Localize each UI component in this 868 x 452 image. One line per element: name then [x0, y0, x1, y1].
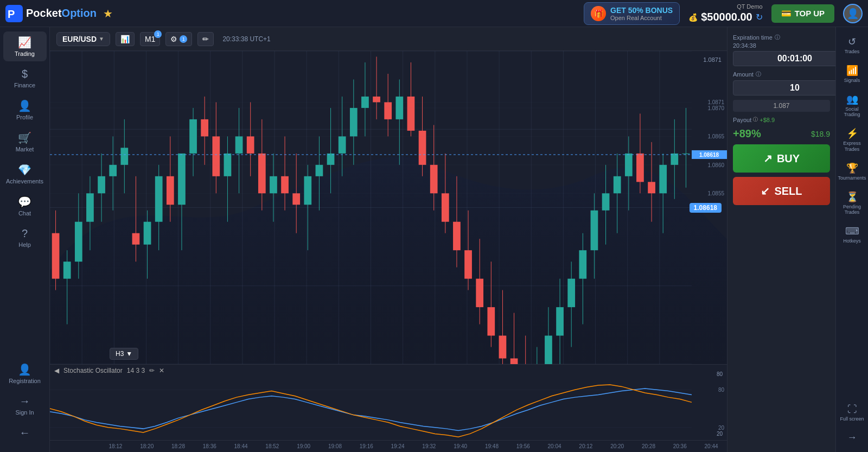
sidebar-item-signin[interactable]: → Sign In [3, 391, 47, 420]
buy-button[interactable]: ↗ BUY [733, 144, 830, 173]
amount-input-row: $ [733, 80, 830, 96]
sidebar-chat-label: Chat [18, 210, 31, 217]
timeframe-btn[interactable]: M1 1 [140, 32, 160, 46]
sidebar-help-label: Help [18, 241, 31, 248]
nav-right-icon: → [847, 432, 857, 443]
payout-label: Payout ⓘ +$8.9 [733, 116, 775, 123]
time-axis: 18:12 18:20 18:28 18:36 18:44 18:52 19:0… [50, 440, 727, 452]
h3-dropdown-icon: ▼ [126, 350, 132, 358]
candlestick-icon: 📊 [120, 35, 130, 43]
sidebar-item-finance[interactable]: $ Finance [3, 63, 47, 93]
finance-icon: $ [22, 68, 28, 80]
fullscreen-icon: ⛶ [847, 404, 857, 415]
sidebar-item-profile[interactable]: 👤 Profile [3, 95, 47, 125]
payout-usd: $18.9 [811, 130, 830, 138]
frs-item-signals[interactable]: 📶 Signals [837, 60, 867, 88]
chart-type-btn[interactable]: 📊 [116, 32, 135, 46]
frs-item-express[interactable]: ⚡ Express Trades [837, 123, 867, 157]
osc-name: Stochastic Oscillator [63, 367, 123, 374]
oscillator-chart-canvas [50, 377, 727, 440]
back-icon: ← [20, 426, 30, 439]
h3-timeframe-badge[interactable]: H3 ▼ [110, 348, 138, 360]
pending-icon: ⏳ [846, 191, 858, 203]
chart-area: EUR/USD ▼ 📊 M1 1 ⚙ 1 ✏ 20:33:38 UTC+1 1.… [50, 27, 727, 452]
osc-close-icon[interactable]: ✕ [159, 367, 164, 374]
signin-icon: → [20, 395, 30, 408]
sidebar-trading-label: Trading [15, 50, 35, 57]
current-price-badge: 1.08618 [690, 203, 722, 213]
sidebar-item-help[interactable]: ? Help [3, 223, 47, 252]
sidebar-item-trading[interactable]: 📈 Trading [3, 31, 47, 61]
drawing-icon: ✏ [202, 35, 209, 43]
topbar-right: 🎁 GET 50% BONUS Open Real Account QT Dem… [584, 2, 863, 25]
time-tick-14: 20:04 [539, 443, 570, 449]
logo-icon: P [5, 5, 23, 22]
sidebar-item-market[interactable]: 🛒 Market [3, 127, 47, 157]
frs-fullscreen-label: Full screen [840, 416, 864, 422]
drawing-btn[interactable]: ✏ [197, 32, 214, 46]
payout-section: Payout ⓘ +$8.9 [733, 116, 830, 123]
balance-value: $50000.00 [701, 11, 752, 23]
osc-params: 14 3 3 [127, 367, 145, 374]
sidebar-item-chat[interactable]: 💬 Chat [3, 191, 47, 221]
sell-button[interactable]: ↙ SELL [733, 177, 830, 205]
frs-item-tournaments[interactable]: 🏆 Tournaments [837, 158, 867, 186]
osc-edit-icon[interactable]: ✏ [149, 367, 155, 374]
chart-toolbar: EUR/USD ▼ 📊 M1 1 ⚙ 1 ✏ 20:33:38 UTC+1 [50, 27, 727, 51]
trades-icon: ↺ [848, 36, 856, 48]
indicators-badge: 1 [180, 35, 187, 43]
time-tick-17: 20:28 [633, 443, 665, 449]
topup-icon: 💳 [781, 9, 792, 18]
signals-icon: 📶 [846, 65, 858, 77]
logo[interactable]: P PocketOption [5, 5, 97, 22]
registration-icon: 👤 [18, 363, 31, 376]
time-tick-13: 19:56 [507, 443, 539, 449]
time-tick-4: 18:44 [225, 443, 257, 449]
frs-item-social[interactable]: 👥 Social Trading [837, 89, 867, 123]
frs-item-hotkeys[interactable]: ⌨ Hotkeys [837, 221, 867, 249]
sidebar-item-back[interactable]: ← [3, 422, 47, 443]
frs-item-pending[interactable]: ⏳ Pending Trades [837, 187, 867, 220]
refresh-icon[interactable]: ↻ [756, 12, 763, 22]
time-tick-0: 18:12 [100, 443, 131, 449]
frs-item-fullscreen[interactable]: ⛶ Full screen [837, 399, 867, 426]
market-icon: 🛒 [18, 131, 31, 144]
expiry-time-display: 20:34:38 [733, 42, 830, 49]
express-icon: ⚡ [846, 128, 858, 139]
sidebar-item-registration[interactable]: 👤 Registration [3, 359, 47, 389]
time-tick-18: 20:36 [664, 443, 695, 449]
time-tick-10: 19:32 [413, 443, 445, 449]
time-tick-5: 18:52 [257, 443, 288, 449]
sidebar-achievements-label: Achievements [6, 178, 43, 184]
right-trading-panel: Expiration time ⓘ 20:34:38 🕐 Amount ⓘ $ … [727, 27, 835, 452]
pair-selector[interactable]: EUR/USD ▼ [56, 32, 110, 46]
time-tick-16: 20:20 [602, 443, 633, 449]
favorite-star-icon[interactable]: ★ [103, 7, 113, 20]
indicators-btn[interactable]: ⚙ 1 [165, 32, 192, 46]
frs-item-nav-right[interactable]: → [837, 428, 867, 448]
expiry-label: Expiration time ⓘ [733, 34, 830, 41]
bonus-banner[interactable]: 🎁 GET 50% BONUS Open Real Account [584, 2, 680, 25]
balance-icon: 💰 [688, 13, 698, 22]
buy-arrow-icon: ↗ [763, 152, 773, 165]
sidebar-profile-label: Profile [16, 114, 33, 120]
osc-collapse-icon[interactable]: ◀ [54, 367, 59, 374]
sidebar-registration-label: Registration [9, 378, 41, 384]
topup-button[interactable]: 💳 TOP UP [771, 4, 834, 23]
sidebar-item-achievements[interactable]: 💎 Achievements [3, 159, 47, 189]
avatar[interactable]: 👤 [843, 4, 863, 23]
time-tick-15: 20:12 [570, 443, 602, 449]
frs-hotkeys-label: Hotkeys [843, 238, 861, 244]
logo-text: PocketOption [26, 7, 97, 20]
osc-level-80: 80 [717, 371, 723, 377]
frs-pending-label: Pending Trades [839, 204, 865, 216]
frs-item-trades[interactable]: ↺ Trades [837, 31, 867, 59]
payout-values: +89% $18.9 [733, 128, 830, 140]
main-chart-canvas[interactable] [50, 51, 727, 364]
far-right-sidebar: ↺ Trades 📶 Signals 👥 Social Trading ⚡ Ex… [835, 27, 868, 452]
profile-icon: 👤 [18, 99, 31, 112]
amount-section: Amount ⓘ $ [733, 71, 830, 96]
svg-text:P: P [8, 8, 15, 20]
topbar: P PocketOption ★ 🎁 GET 50% BONUS Open Re… [0, 0, 868, 27]
tournaments-icon: 🏆 [846, 162, 858, 174]
